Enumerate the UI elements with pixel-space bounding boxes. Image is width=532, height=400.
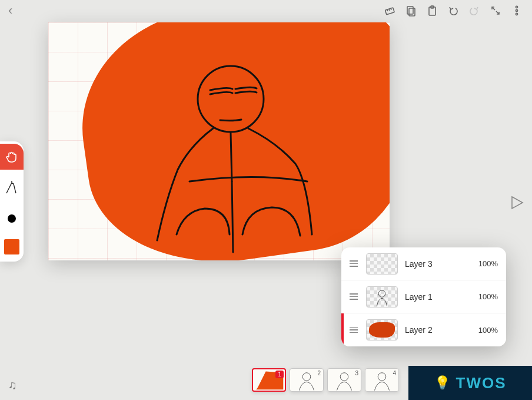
drag-handle-icon[interactable] bbox=[346, 260, 361, 267]
audio-icon[interactable]: ♫ bbox=[8, 378, 17, 392]
redo-icon bbox=[466, 2, 483, 19]
tool-panel bbox=[0, 141, 24, 262]
frame-number: 3 bbox=[355, 370, 358, 376]
svg-line-15 bbox=[232, 181, 233, 252]
svg-line-2 bbox=[389, 9, 390, 11]
layer-name: Layer 1 bbox=[405, 292, 478, 302]
svg-point-11 bbox=[516, 9, 517, 11]
undo-icon[interactable] bbox=[445, 2, 461, 19]
fullscreen-icon[interactable] bbox=[487, 2, 504, 19]
svg-line-3 bbox=[391, 8, 391, 10]
svg-rect-4 bbox=[407, 6, 413, 14]
svg-point-19 bbox=[302, 373, 311, 381]
svg-point-12 bbox=[516, 13, 517, 15]
ruler-icon[interactable] bbox=[381, 2, 398, 19]
layer-row[interactable]: Layer 2 100% bbox=[341, 313, 506, 346]
frame-number: 4 bbox=[393, 370, 396, 376]
frames-timeline: 1 2 3 4 bbox=[252, 368, 399, 392]
svg-point-18 bbox=[378, 290, 385, 297]
layer-thumbnail[interactable] bbox=[366, 319, 398, 341]
layer-thumbnail[interactable] bbox=[366, 286, 398, 308]
top-toolbar: ‹ bbox=[0, 0, 532, 21]
layer-row[interactable]: Layer 1 100% bbox=[341, 280, 506, 313]
layer-opacity[interactable]: 100% bbox=[478, 326, 498, 335]
frame-thumb[interactable]: 1 bbox=[252, 368, 286, 392]
layer-thumbnail[interactable] bbox=[366, 253, 398, 275]
layer-opacity[interactable]: 100% bbox=[478, 259, 498, 268]
copy-icon[interactable] bbox=[403, 2, 419, 19]
pen-tool-icon[interactable] bbox=[4, 180, 19, 198]
layer-opacity[interactable]: 100% bbox=[478, 292, 498, 301]
svg-marker-17 bbox=[512, 197, 523, 209]
more-icon[interactable] bbox=[508, 2, 525, 19]
svg-point-13 bbox=[198, 66, 264, 132]
layer-name: Layer 3 bbox=[405, 259, 478, 269]
frame-thumb[interactable]: 4 bbox=[365, 368, 399, 392]
drag-handle-icon[interactable] bbox=[346, 327, 361, 333]
frame-number: 1 bbox=[275, 371, 284, 378]
layer-name: Layer 2 bbox=[405, 325, 478, 335]
svg-point-20 bbox=[340, 373, 348, 381]
layers-panel: Layer 3 100% Layer 1 100% Layer 2 100% bbox=[341, 247, 506, 346]
svg-point-21 bbox=[378, 373, 386, 381]
color-swatch[interactable] bbox=[4, 239, 19, 254]
figure-sketch bbox=[154, 58, 343, 260]
svg-line-9 bbox=[496, 11, 498, 14]
svg-rect-5 bbox=[409, 8, 415, 16]
play-button[interactable] bbox=[508, 194, 525, 211]
layer-row[interactable]: Layer 3 100% bbox=[341, 247, 506, 280]
svg-line-14 bbox=[231, 133, 232, 181]
clipboard-icon[interactable] bbox=[424, 2, 440, 19]
watermark-text: TWOS bbox=[456, 374, 507, 392]
brush-size-icon[interactable] bbox=[8, 214, 16, 223]
svg-point-10 bbox=[516, 6, 517, 8]
svg-line-1 bbox=[387, 9, 388, 11]
frame-thumb[interactable]: 3 bbox=[327, 368, 361, 392]
drag-handle-icon[interactable] bbox=[346, 293, 361, 300]
watermark: 💡 TWOS bbox=[408, 366, 532, 400]
svg-line-8 bbox=[493, 8, 495, 10]
canvas[interactable] bbox=[48, 22, 390, 260]
frame-number: 2 bbox=[317, 370, 321, 376]
svg-rect-0 bbox=[385, 8, 394, 15]
hand-tool-icon[interactable] bbox=[0, 144, 24, 170]
back-button[interactable]: ‹ bbox=[5, 3, 16, 18]
frame-thumb[interactable]: 2 bbox=[290, 368, 324, 392]
bulb-icon: 💡 bbox=[434, 375, 451, 391]
